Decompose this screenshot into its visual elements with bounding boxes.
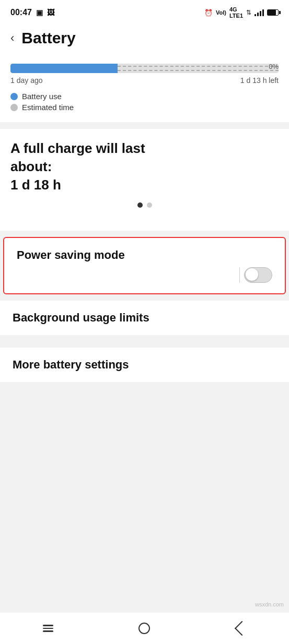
menu-line-2 bbox=[43, 628, 53, 629]
toggle-divider bbox=[239, 267, 240, 283]
battery-bar-wrapper: 0% bbox=[10, 64, 279, 73]
full-charge-section: A full charge will last about: 1 d 18 h bbox=[0, 129, 289, 231]
battery-bar-fill bbox=[10, 64, 118, 73]
battery-time-row: 1 day ago 1 d 13 h left bbox=[10, 76, 279, 85]
top-nav: ‹ Battery bbox=[0, 25, 289, 55]
menu-line-3 bbox=[43, 630, 53, 632]
recent-apps-button[interactable] bbox=[32, 618, 64, 639]
battery-percentage: 0% bbox=[269, 63, 279, 70]
page-dots-indicator bbox=[10, 194, 279, 218]
signal-bars-icon bbox=[255, 9, 264, 16]
status-time-container: 00:47 ▣ 🖼 bbox=[10, 8, 54, 17]
full-charge-line1: A full charge will last bbox=[10, 140, 145, 156]
network-type-icon: 4GLTE1 bbox=[229, 6, 243, 19]
divider-2 bbox=[0, 231, 289, 237]
toggle-knob bbox=[246, 268, 258, 281]
battery-time-ago: 1 day ago bbox=[10, 76, 43, 85]
vol-icon: Vol) bbox=[216, 9, 226, 16]
network-arrows-icon: ⇅ bbox=[246, 9, 251, 16]
alarm-icon: ⏰ bbox=[204, 9, 213, 17]
home-button[interactable] bbox=[129, 618, 160, 639]
battery-chart-section: 0% 1 day ago 1 d 13 h left Battery use E… bbox=[0, 55, 289, 122]
legend-battery-use-label: Battery use bbox=[22, 92, 62, 101]
full-charge-duration: 1 d 18 h bbox=[10, 177, 61, 193]
battery-bar-dotted bbox=[118, 66, 279, 71]
status-bar: 00:47 ▣ 🖼 ⏰ Vol) 4GLTE1 ⇅ bbox=[0, 0, 289, 25]
status-screenshot-icon: 🖼 bbox=[47, 8, 54, 17]
power-saving-row: Power saving mode bbox=[17, 248, 272, 262]
legend-estimated-time: Estimated time bbox=[10, 103, 279, 112]
legend-estimated-time-label: Estimated time bbox=[22, 103, 74, 112]
divider-1 bbox=[0, 122, 289, 128]
background-usage-item[interactable]: Background usage limits bbox=[0, 301, 289, 335]
background-usage-title: Background usage limits bbox=[13, 311, 149, 324]
full-charge-line2: about: bbox=[10, 159, 52, 174]
battery-status-icon bbox=[267, 9, 279, 16]
back-button[interactable]: ‹ bbox=[10, 31, 14, 45]
back-nav-button[interactable] bbox=[225, 618, 257, 639]
battery-time-left: 1 d 13 h left bbox=[240, 76, 279, 85]
power-saving-toggle[interactable] bbox=[244, 267, 272, 283]
bottom-nav bbox=[0, 613, 289, 644]
power-saving-toggle-row bbox=[17, 267, 272, 283]
power-saving-title: Power saving mode bbox=[17, 248, 125, 262]
status-dnd-icon: ▣ bbox=[36, 8, 43, 17]
legend-dot-gray bbox=[10, 104, 18, 111]
status-icons-right: ⏰ Vol) 4GLTE1 ⇅ bbox=[204, 6, 279, 19]
dot-active bbox=[137, 202, 143, 208]
back-nav-icon bbox=[235, 621, 249, 636]
page-title: Battery bbox=[21, 29, 75, 47]
full-charge-text: A full charge will last about: 1 d 18 h bbox=[10, 139, 279, 194]
more-battery-settings-item[interactable]: More battery settings bbox=[0, 348, 289, 382]
recent-apps-icon bbox=[43, 625, 53, 632]
battery-legend: Battery use Estimated time bbox=[10, 92, 279, 112]
battery-progress-bar bbox=[10, 64, 279, 73]
legend-battery-use: Battery use bbox=[10, 92, 279, 101]
power-saving-mode-item[interactable]: Power saving mode bbox=[3, 237, 286, 294]
status-time: 00:47 bbox=[10, 8, 32, 17]
divider-3 bbox=[0, 294, 289, 301]
menu-line-1 bbox=[43, 625, 53, 626]
dot-inactive bbox=[147, 202, 152, 208]
divider-4 bbox=[0, 335, 289, 341]
legend-dot-blue bbox=[10, 93, 18, 100]
power-saving-toggle-container bbox=[239, 267, 273, 283]
watermark: wsxdn.com bbox=[255, 601, 284, 607]
more-battery-settings-title: More battery settings bbox=[13, 358, 129, 371]
home-icon bbox=[138, 623, 150, 634]
